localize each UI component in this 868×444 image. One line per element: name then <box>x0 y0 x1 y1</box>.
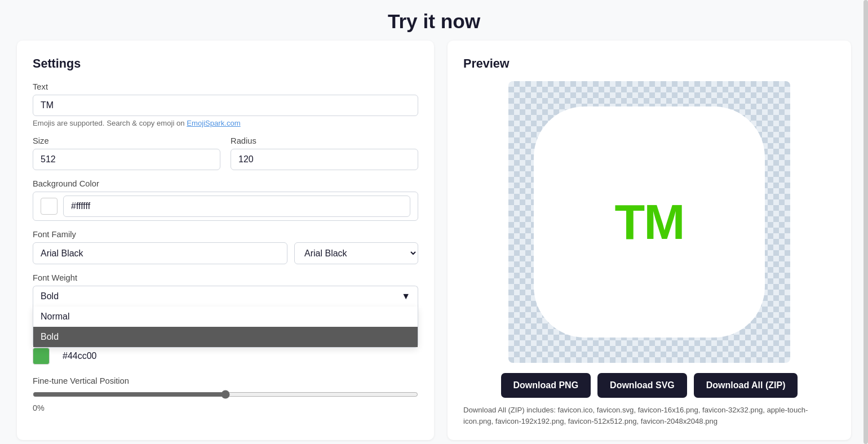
download-buttons: Download PNG Download SVG Download All (… <box>463 373 835 398</box>
settings-panel: Settings Text Emojis are supported. Sear… <box>17 41 434 440</box>
preview-image-area: TM <box>508 81 790 363</box>
download-svg-button[interactable]: Download SVG <box>597 373 687 398</box>
preview-rounded-rect: TM <box>534 106 765 338</box>
font-weight-option-normal[interactable]: Normal <box>33 307 418 327</box>
vertical-pos-label: Fine-tune Vertical Position <box>33 376 418 385</box>
download-note: Download All (ZIP) includes: favicon.ico… <box>463 405 835 427</box>
radius-input[interactable] <box>231 149 418 170</box>
text-label: Text <box>33 82 418 91</box>
vertical-pos-slider[interactable] <box>33 390 418 399</box>
font-family-select[interactable]: Arial Black Arial Helvetica Georgia Time… <box>294 242 418 264</box>
radius-label: Radius <box>231 136 418 145</box>
size-input[interactable] <box>33 149 220 170</box>
font-family-input[interactable] <box>33 242 287 264</box>
font-family-row: Arial Black Arial Helvetica Georgia Time… <box>33 242 418 264</box>
preview-panel: Preview TM Download PNG Download SVG Dow… <box>448 41 851 440</box>
font-family-label: Font Family <box>33 230 418 239</box>
scrollbar[interactable] <box>863 0 868 444</box>
download-all-button[interactable]: Download All (ZIP) <box>694 373 798 398</box>
font-weight-label: Font Weight <box>33 273 418 282</box>
bg-color-row <box>33 192 418 221</box>
vertical-pos-value: 0% <box>33 403 418 412</box>
bg-color-label: Background Color <box>33 179 418 188</box>
font-color-section <box>33 346 418 366</box>
text-input[interactable] <box>33 95 418 116</box>
font-weight-option-bold[interactable]: Bold <box>33 327 418 347</box>
font-weight-options: Normal Bold <box>33 307 418 348</box>
download-png-button[interactable]: Download PNG <box>501 373 591 398</box>
preview-title: Preview <box>463 56 835 71</box>
vertical-pos-slider-container: 0% <box>33 390 418 412</box>
bg-color-swatch[interactable] <box>41 198 57 215</box>
preview-text: TM <box>614 197 684 247</box>
settings-title: Settings <box>33 56 418 71</box>
font-color-swatch[interactable] <box>33 348 50 365</box>
emoji-hint: Emojis are supported. Search & copy emoj… <box>33 119 418 127</box>
font-color-row <box>33 346 418 366</box>
emoji-spark-link[interactable]: EmojiSpark.com <box>187 119 240 127</box>
bg-color-input[interactable] <box>63 196 410 217</box>
font-weight-selected[interactable]: Bold ▼ <box>33 286 418 307</box>
font-weight-dropdown[interactable]: Bold ▼ Normal Bold <box>33 286 418 307</box>
preview-canvas: TM <box>508 81 790 363</box>
page-title: Try it now <box>0 0 868 41</box>
font-color-input[interactable] <box>55 346 418 366</box>
size-label: Size <box>33 136 220 145</box>
